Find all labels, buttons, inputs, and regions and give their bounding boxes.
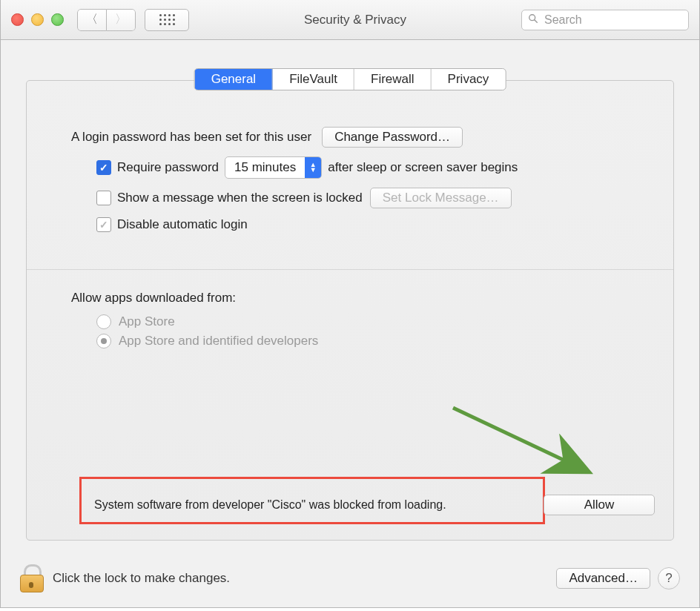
search-field-wrap[interactable]	[521, 10, 689, 30]
radio-identified-label: App Store and identified developers	[119, 334, 318, 349]
back-button[interactable]: 〈	[77, 9, 107, 31]
chevron-right-icon: 〉	[115, 12, 127, 27]
chevron-left-icon: 〈	[86, 12, 98, 27]
allow-apps-header: Allow apps downloaded from:	[71, 291, 236, 306]
require-password-checkbox[interactable]	[96, 160, 111, 175]
change-password-button[interactable]: Change Password…	[322, 127, 463, 148]
search-input[interactable]	[543, 13, 682, 27]
tab-firewall[interactable]: Firewall	[354, 69, 432, 90]
radio-appstore-label: App Store	[119, 314, 175, 329]
nav-back-forward: 〈 〉	[77, 9, 136, 31]
radio-appstore-row: App Store	[71, 314, 644, 329]
tab-general[interactable]: General	[195, 69, 273, 90]
general-content: A login password has been set for this u…	[27, 105, 673, 540]
require-password-delay-value: 15 minutes	[234, 160, 296, 175]
minimize-window-button[interactable]	[31, 13, 44, 26]
allow-button[interactable]: Allow	[544, 495, 655, 515]
require-password-delay-select[interactable]: 15 minutes ▲▼	[225, 156, 322, 179]
divider	[27, 269, 673, 270]
traffic-lights	[11, 13, 64, 26]
window-title: Security & Privacy	[189, 13, 521, 27]
svg-line-1	[535, 20, 538, 23]
blocked-software-text: System software from developer "Cisco" w…	[94, 498, 446, 512]
show-all-prefs-button[interactable]	[145, 9, 189, 31]
radio-identified-developers[interactable]	[96, 334, 111, 349]
lock-hint-text: Click the lock to make changes.	[53, 571, 230, 586]
tab-privacy[interactable]: Privacy	[432, 69, 506, 90]
close-window-button[interactable]	[11, 13, 24, 26]
search-icon	[528, 13, 538, 26]
require-password-suffix: after sleep or screen saver begins	[328, 160, 518, 175]
radio-identified-row: App Store and identified developers	[71, 334, 644, 349]
set-lock-message-button[interactable]: Set Lock Message…	[370, 188, 512, 208]
general-panel: A login password has been set for this u…	[26, 80, 674, 541]
window-titlebar: 〈 〉 Security & Privacy	[1, 0, 699, 40]
zoom-window-button[interactable]	[51, 13, 64, 26]
radio-appstore[interactable]	[96, 314, 111, 329]
disable-auto-login-row: Disable automatic login	[71, 217, 644, 232]
forward-button[interactable]: 〉	[107, 9, 136, 31]
require-password-row: Require password 15 minutes ▲▼ after sle…	[71, 156, 644, 179]
show-message-label: Show a message when the screen is locked	[117, 191, 363, 205]
grid-icon	[159, 14, 175, 25]
tab-bar: General FileVault Firewall Privacy	[194, 68, 506, 90]
footer: Click the lock to make changes. Advanced…	[1, 549, 699, 607]
help-button[interactable]: ?	[658, 567, 680, 589]
security-privacy-window: 〈 〉 Security & Privacy General FileVault…	[0, 0, 700, 608]
blocked-software-row: System software from developer "Cisco" w…	[94, 495, 655, 515]
select-arrows-icon: ▲▼	[305, 157, 321, 178]
allow-apps-header-row: Allow apps downloaded from:	[71, 291, 644, 306]
tab-filevault[interactable]: FileVault	[273, 69, 354, 90]
show-message-checkbox[interactable]	[96, 191, 111, 205]
disable-auto-login-label: Disable automatic login	[117, 217, 248, 232]
show-message-row: Show a message when the screen is locked…	[71, 188, 644, 208]
login-password-row: A login password has been set for this u…	[71, 127, 644, 148]
lock-icon[interactable]	[20, 564, 42, 592]
login-password-text: A login password has been set for this u…	[71, 130, 311, 145]
advanced-button[interactable]: Advanced…	[556, 568, 650, 589]
require-password-label: Require password	[117, 160, 219, 175]
disable-auto-login-checkbox[interactable]	[96, 217, 111, 232]
